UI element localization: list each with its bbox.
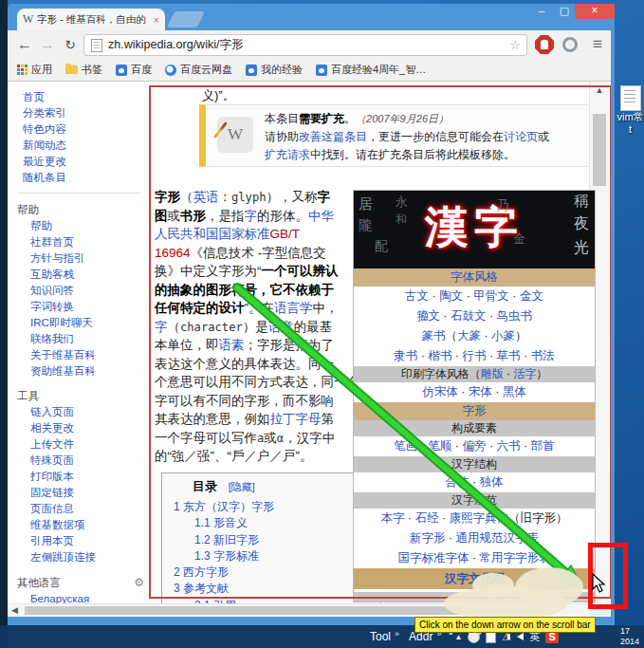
sidebar-link[interactable]: 左侧跳顶连接: [17, 549, 148, 565]
wiki-link[interactable]: 陶文: [439, 289, 463, 303]
wiki-link[interactable]: 语素: [219, 338, 245, 352]
bookmark-item[interactable]: 百度: [116, 63, 152, 77]
infobox-subheader[interactable]: 汉字结构: [354, 456, 595, 472]
wiki-link[interactable]: 金文: [520, 289, 543, 303]
wiki-link[interactable]: 部首: [531, 439, 555, 453]
sidebar-link[interactable]: 引用本页: [17, 533, 148, 549]
wiki-link[interactable]: 草书: [497, 349, 521, 362]
sidebar-link[interactable]: 链入页面: [17, 404, 148, 420]
wiki-link[interactable]: 语意: [268, 320, 294, 334]
wiki-link[interactable]: 雕版: [481, 367, 504, 380]
sidebar-link[interactable]: 固定链接: [17, 485, 148, 501]
bookmark-star-icon[interactable]: ☆: [509, 38, 521, 52]
wiki-redlink[interactable]: GB/T: [270, 227, 301, 241]
wiki-link[interactable]: 偏旁: [463, 439, 487, 453]
wiki-link[interactable]: 小篆: [491, 329, 515, 343]
sidebar-link[interactable]: 帮助: [17, 218, 148, 234]
tab-close-icon[interactable]: ×: [154, 14, 159, 26]
sidebar-link[interactable]: 打印版本: [17, 469, 148, 485]
sidebar-link[interactable]: 最近更改: [17, 154, 148, 170]
maximize-button[interactable]: ▢: [554, 4, 575, 19]
wiki-link[interactable]: 国字标准字体: [397, 551, 469, 565]
extension-icon[interactable]: [562, 37, 578, 52]
wiki-link[interactable]: 书法: [531, 349, 555, 362]
sidebar-link[interactable]: 字词转换: [17, 299, 148, 315]
gear-icon[interactable]: ⚙: [134, 575, 144, 591]
toc-item[interactable]: 2 西方字形: [174, 565, 380, 581]
infobox-subheader[interactable]: 构成要素: [354, 420, 595, 436]
wiki-link[interactable]: 活字: [513, 367, 536, 380]
wiki-link[interactable]: 独体: [480, 475, 504, 489]
sidebar-link[interactable]: 互助客栈: [17, 267, 148, 283]
sidebar-link[interactable]: 首页: [17, 89, 148, 105]
sidebar-link[interactable]: 方针与指引: [17, 250, 148, 267]
wiki-link[interactable]: 语言学: [274, 301, 313, 315]
wiki-link[interactable]: 常用字字形表: [480, 551, 551, 565]
wiki-link[interactable]: 英语: [193, 190, 219, 204]
reload-icon[interactable]: ↻: [59, 33, 82, 56]
wiki-link[interactable]: 通用规范汉字表: [456, 531, 540, 545]
wiki-link[interactable]: 字体风格: [451, 270, 498, 284]
wiki-link[interactable]: 讨论页: [504, 130, 538, 143]
forward-icon[interactable]: →: [36, 33, 59, 56]
url-text[interactable]: zh.wikipedia.org/wiki/字形: [108, 37, 509, 53]
new-tab-button[interactable]: [167, 11, 205, 28]
toc-item[interactable]: 1.2 新旧字形: [174, 532, 380, 548]
sidebar-link[interactable]: 联络我们: [17, 331, 148, 347]
wiki-link[interactable]: 甲骨文: [473, 289, 509, 303]
sidebar-link[interactable]: 特色内容: [17, 121, 148, 138]
wiki-link[interactable]: 石经: [415, 511, 439, 525]
toc-item[interactable]: 3 参考文献: [174, 581, 380, 597]
sidebar-link[interactable]: 分类索引: [17, 105, 148, 121]
adblock-icon[interactable]: [535, 35, 554, 54]
wiki-link[interactable]: 字: [245, 209, 258, 223]
sidebar-link[interactable]: 新闻动态: [17, 138, 148, 154]
sidebar-link[interactable]: 随机条目: [17, 170, 148, 186]
address-bar[interactable]: zh.wikipedia.org/wiki/字形 ☆: [83, 34, 527, 56]
desktop-icon-vim[interactable]: vim常 t: [616, 85, 644, 136]
wiki-link[interactable]: 新字形: [410, 531, 446, 545]
wiki-link[interactable]: 字形: [463, 404, 487, 417]
wiki-link[interactable]: 拉丁字母: [270, 412, 322, 426]
toc-item[interactable]: 1.3 字形标准: [174, 548, 380, 565]
minimize-button[interactable]: –: [531, 4, 552, 19]
sidebar-link[interactable]: 关于维基百科: [17, 347, 148, 363]
wiki-link[interactable]: 籀文: [416, 309, 440, 323]
sidebar-link[interactable]: 上传文件: [17, 436, 148, 453]
wiki-link[interactable]: 鸟虫书: [497, 309, 533, 323]
infobox-header[interactable]: 字形: [354, 402, 595, 420]
taskbar-tool-label[interactable]: Tool: [370, 630, 391, 643]
scroll-left-icon[interactable]: ◀: [11, 605, 18, 615]
scroll-up-icon[interactable]: ▲: [590, 85, 609, 95]
menu-icon[interactable]: ≡: [586, 33, 609, 56]
bookmark-item[interactable]: 百度云网盘: [165, 63, 232, 77]
wiki-link[interactable]: 人民共和国国家标准: [155, 227, 270, 241]
wiki-link[interactable]: 行书: [463, 349, 487, 362]
taskbar-clock[interactable]: 17 2014: [620, 626, 644, 647]
wiki-link[interactable]: 楷书: [428, 349, 451, 362]
wiki-link[interactable]: 大篆: [457, 329, 481, 343]
wiki-link[interactable]: 字: [155, 320, 168, 334]
sidebar-link[interactable]: IRC即时聊天: [17, 315, 148, 331]
infobox-header[interactable]: 字体风格: [354, 268, 595, 287]
sidebar-link[interactable]: 维基数据项: [17, 517, 148, 533]
wiki-link[interactable]: 笔顺: [428, 439, 451, 453]
bookmark-apps[interactable]: 应用: [15, 63, 52, 77]
sidebar-link[interactable]: 相关更改: [17, 420, 148, 436]
sidebar-link[interactable]: 特殊页面: [17, 453, 148, 469]
wiki-link[interactable]: 扩充请求: [265, 148, 310, 161]
wiki-link[interactable]: 本字: [380, 511, 404, 525]
wiki-link[interactable]: 六书: [497, 439, 521, 453]
wiki-link[interactable]: 中华: [308, 209, 334, 223]
infobox-subheader[interactable]: 印刷字体风格（雕版 · 活字）: [354, 366, 595, 382]
wiki-link[interactable]: 黑体: [503, 385, 526, 398]
sidebar-link[interactable]: 社群首页: [17, 234, 148, 250]
wiki-redlink[interactable]: 16964: [155, 246, 191, 260]
bookmark-item[interactable]: 我的经验: [246, 63, 303, 77]
wiki-link[interactable]: 篆书: [421, 329, 445, 343]
browser-tab[interactable]: W 字形 - 维基百科，自由的 ×: [17, 9, 165, 30]
sidebar-link[interactable]: 知识问答: [17, 283, 148, 299]
toc-hide-toggle[interactable]: [隐藏]: [229, 481, 255, 492]
horizontal-scrollbar-thumb[interactable]: [25, 606, 463, 615]
toc-item[interactable]: 1.1 形音义: [174, 515, 380, 531]
